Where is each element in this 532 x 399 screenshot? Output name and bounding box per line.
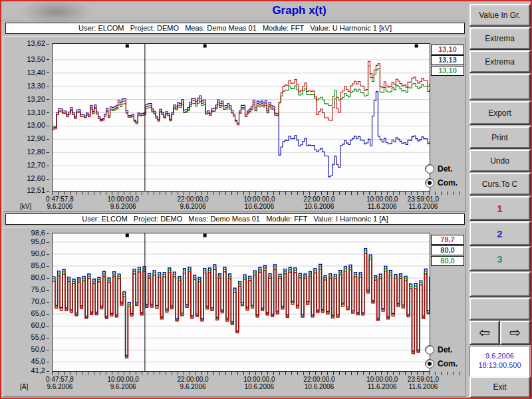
y-tick-label: 12,80 — [27, 148, 49, 156]
top-graph-panel: 13,6213,5013,4013,3013,2013,1013,0012,90… — [3, 36, 466, 212]
info-bar-bottom: User: ELCOM Project: DEMO Meas: Demo Mea… — [5, 213, 465, 225]
cursor-datetime-display: 9.6.2006 18:13:00.500 — [469, 346, 530, 380]
y-tick-label: 70,0 — [31, 297, 49, 305]
x-tick-label: 0:47:57,89.6.2006 — [36, 376, 84, 390]
y-tick-label: 13,10 — [27, 108, 49, 116]
cursor-date: 9.6.2006 — [470, 351, 529, 360]
y-tick-label: 13,40 — [27, 68, 49, 76]
x-tick-time: 0:47:57,8 — [36, 196, 84, 203]
x-tick-time: 22:00:00,0 — [295, 196, 343, 203]
x-tick-label: 22:00:00,010.6.2006 — [295, 196, 343, 210]
y-tick-label: 85,0 — [31, 261, 49, 269]
x-tick-time: 23:59:01,0 — [399, 196, 447, 203]
cursor-3-button[interactable]: 3 — [469, 247, 530, 271]
cursor-value-series2: 13,13 — [431, 55, 464, 65]
y-tick-label: 13,20 — [27, 95, 49, 103]
x-tick-strip-bottom — [52, 372, 464, 375]
y-tick-label: 12,70 — [27, 161, 49, 169]
x-tick-date: 10.6.2006 — [235, 203, 283, 210]
radio-label: Com. — [438, 178, 458, 188]
radio-label: Det. — [438, 345, 453, 354]
y-tick-label: 12,60 — [27, 174, 49, 182]
x-tick-strip-top — [52, 192, 464, 195]
cursor-values-legend-bottom: 78,7 80,0 80,0 — [431, 235, 464, 267]
info-bar-top: User: ELCOM Project: DEMO Meas: Demo Mea… — [5, 23, 465, 34]
x-axis-bottom: 0:47:57,89.6.200610:00:00,09.6.200622:00… — [52, 376, 429, 392]
arrow-left-button[interactable]: ⇦ — [469, 321, 499, 344]
radio-label: Com. — [438, 359, 458, 368]
elcom-logo — [20, 0, 93, 25]
window-title: Graph x(t) — [200, 4, 399, 17]
radio-dot-icon — [428, 181, 432, 185]
extrema-button-1[interactable]: Extrema — [469, 27, 530, 49]
x-tick-time: 23:59:01,0 — [399, 376, 447, 383]
y-tick-label: 13,62 — [27, 39, 49, 47]
x-tick-time: 10:00:00,0 — [235, 376, 283, 383]
blank-button-2[interactable] — [469, 272, 530, 297]
export-button[interactable]: Export — [469, 101, 530, 124]
cursor-values-legend-top: 13,10 13,13 13,10 — [431, 45, 464, 76]
x-tick-time: 22:00:00,0 — [169, 376, 217, 383]
radio-com-bottom[interactable]: Com. — [425, 358, 462, 370]
y-axis-bottom: 98,695,090,085,080,075,070,065,060,055,0… — [3, 233, 51, 370]
y-axis-top: 13,6213,5013,4013,3013,2013,1013,0012,90… — [3, 43, 51, 190]
value-in-gr-button[interactable]: Value In Gr. — [469, 4, 530, 26]
cursor-value-series3: 13,10 — [431, 66, 464, 76]
extrema-button-2[interactable]: Extrema — [469, 51, 530, 72]
blank-button-1[interactable] — [469, 74, 530, 100]
print-button[interactable]: Print — [469, 126, 530, 148]
y-tick-label: 13,30 — [27, 82, 49, 90]
radio-circle-icon[interactable] — [425, 164, 434, 174]
exit-button[interactable]: Exit — [469, 376, 530, 398]
x-tick-date: 11.6.2006 — [399, 383, 447, 390]
curs-to-c-button[interactable]: Curs.To C — [469, 173, 530, 195]
cursor-2-button[interactable]: 2 — [469, 221, 530, 245]
radio-dot-icon — [428, 362, 432, 366]
bottom-chart — [53, 233, 430, 371]
x-tick-time: 0:47:57,8 — [36, 376, 84, 383]
y-unit-label-top: [kV] — [20, 203, 31, 210]
x-axis-top: 0:47:57,89.6.200610:00:00,09.6.200622:00… — [52, 196, 429, 211]
undo-button[interactable]: Undo — [469, 150, 530, 172]
radio-circle-icon[interactable] — [425, 178, 434, 188]
radio-det-bottom[interactable]: Det. — [425, 344, 462, 356]
y-tick-label: 90,0 — [31, 249, 49, 257]
x-tick-label: 10:00:00,010.6.2006 — [235, 196, 283, 210]
x-tick-label: 22:00:00,010.6.2006 — [295, 376, 343, 390]
radio-det-top[interactable]: Det. — [425, 163, 462, 175]
x-tick-label: 23:59:01,011.6.2006 — [399, 376, 447, 390]
y-tick-label: 80,0 — [31, 273, 49, 281]
cursor-time: 18:13:00.500 — [470, 360, 529, 370]
x-tick-date: 9.6.2006 — [36, 383, 84, 390]
x-tick-date: 9.6.2006 — [99, 203, 147, 210]
y-tick-label: 50,0 — [31, 345, 49, 353]
plot-area-bottom[interactable] — [52, 233, 430, 372]
blank-button-3[interactable] — [469, 298, 530, 320]
plot-area-top[interactable] — [52, 43, 430, 192]
cursor-value-series1: 78,7 — [431, 235, 464, 245]
app-window: Graph x(t) User: ELCOM Project: DEMO Mea… — [0, 0, 532, 399]
cursor-value-series3: 80,0 — [431, 256, 464, 266]
radio-circle-icon[interactable] — [425, 345, 434, 354]
y-tick-label: 41,2 — [31, 366, 49, 374]
y-tick-label: 12,90 — [27, 134, 49, 142]
radio-com-top[interactable]: Com. — [425, 177, 462, 189]
radio-label: Det. — [438, 164, 453, 174]
x-tick-date: 11.6.2006 — [399, 203, 447, 210]
x-tick-label: 10:00:00,010.6.2006 — [235, 376, 283, 390]
arrow-right-button[interactable]: ⇨ — [500, 321, 530, 344]
y-tick-label: 98,6 — [31, 229, 49, 237]
cursor-value-series1: 13,10 — [431, 45, 464, 55]
x-tick-label: 23:59:01,011.6.2006 — [399, 196, 447, 210]
x-tick-date: 10.6.2006 — [235, 383, 283, 390]
cursor-1-button[interactable]: 1 — [469, 196, 530, 220]
display-mode-radios-top: Det. Com. — [425, 163, 462, 191]
y-tick-label: 55,0 — [31, 333, 49, 341]
x-tick-date: 9.6.2006 — [169, 203, 217, 210]
y-tick-label: 60,0 — [31, 321, 49, 329]
x-tick-label: 22:00:00,09.6.2006 — [169, 196, 217, 210]
radio-circle-icon[interactable] — [425, 359, 434, 368]
x-tick-time: 22:00:00,0 — [295, 376, 343, 383]
title-bar: Graph x(t) — [1, 1, 467, 21]
x-tick-time: 10:00:00,0 — [235, 196, 283, 203]
